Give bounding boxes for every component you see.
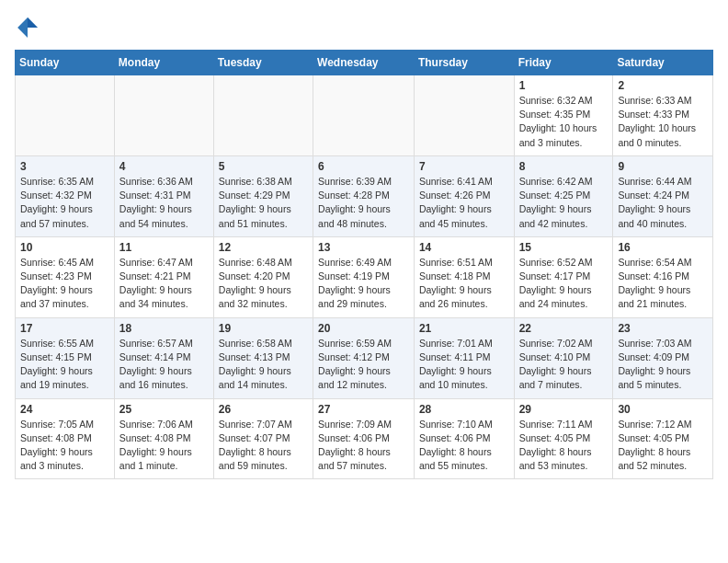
day-info: Sunrise: 7:03 AM Sunset: 4:09 PM Dayligh… bbox=[618, 337, 708, 393]
week-row-3: 10Sunrise: 6:45 AM Sunset: 4:23 PM Dayli… bbox=[16, 236, 713, 317]
weekday-header-monday: Monday bbox=[114, 51, 213, 75]
day-number: 21 bbox=[419, 322, 509, 335]
calendar-table: SundayMondayTuesdayWednesdayThursdayFrid… bbox=[15, 50, 713, 479]
day-number: 7 bbox=[419, 160, 509, 173]
day-number: 2 bbox=[618, 79, 708, 92]
calendar-cell: 18Sunrise: 6:57 AM Sunset: 4:14 PM Dayli… bbox=[114, 317, 213, 398]
svg-marker-1 bbox=[28, 17, 38, 28]
day-info: Sunrise: 6:39 AM Sunset: 4:28 PM Dayligh… bbox=[318, 175, 409, 231]
day-info: Sunrise: 6:49 AM Sunset: 4:19 PM Dayligh… bbox=[318, 256, 409, 312]
week-row-1: 1Sunrise: 6:32 AM Sunset: 4:35 PM Daylig… bbox=[16, 75, 713, 156]
day-info: Sunrise: 7:02 AM Sunset: 4:10 PM Dayligh… bbox=[519, 337, 609, 393]
weekday-header-saturday: Saturday bbox=[613, 51, 713, 75]
calendar-cell: 20Sunrise: 6:59 AM Sunset: 4:12 PM Dayli… bbox=[313, 317, 415, 398]
calendar-cell: 29Sunrise: 7:11 AM Sunset: 4:05 PM Dayli… bbox=[514, 398, 613, 479]
week-row-5: 24Sunrise: 7:05 AM Sunset: 4:08 PM Dayli… bbox=[16, 398, 713, 479]
calendar-cell bbox=[114, 75, 213, 156]
calendar-cell: 13Sunrise: 6:49 AM Sunset: 4:19 PM Dayli… bbox=[313, 236, 415, 317]
day-info: Sunrise: 6:41 AM Sunset: 4:26 PM Dayligh… bbox=[419, 175, 509, 231]
calendar-cell: 4Sunrise: 6:36 AM Sunset: 4:31 PM Daylig… bbox=[114, 155, 213, 236]
calendar-cell: 10Sunrise: 6:45 AM Sunset: 4:23 PM Dayli… bbox=[16, 236, 115, 317]
day-number: 3 bbox=[20, 160, 109, 173]
day-info: Sunrise: 7:09 AM Sunset: 4:06 PM Dayligh… bbox=[318, 418, 409, 474]
day-info: Sunrise: 6:58 AM Sunset: 4:13 PM Dayligh… bbox=[219, 337, 308, 393]
week-row-2: 3Sunrise: 6:35 AM Sunset: 4:32 PM Daylig… bbox=[16, 155, 713, 236]
calendar-cell: 9Sunrise: 6:44 AM Sunset: 4:24 PM Daylig… bbox=[613, 155, 713, 236]
day-info: Sunrise: 6:47 AM Sunset: 4:21 PM Dayligh… bbox=[119, 256, 209, 312]
calendar-cell: 1Sunrise: 6:32 AM Sunset: 4:35 PM Daylig… bbox=[514, 75, 613, 156]
day-info: Sunrise: 6:42 AM Sunset: 4:25 PM Dayligh… bbox=[519, 175, 609, 231]
calendar-cell: 14Sunrise: 6:51 AM Sunset: 4:18 PM Dayli… bbox=[414, 236, 514, 317]
day-info: Sunrise: 6:36 AM Sunset: 4:31 PM Dayligh… bbox=[119, 175, 209, 231]
day-number: 4 bbox=[119, 160, 209, 173]
calendar-cell: 15Sunrise: 6:52 AM Sunset: 4:17 PM Dayli… bbox=[514, 236, 613, 317]
logo-icon bbox=[15, 15, 40, 40]
day-number: 10 bbox=[20, 241, 109, 254]
day-number: 6 bbox=[318, 160, 409, 173]
day-number: 5 bbox=[219, 160, 308, 173]
weekday-header-thursday: Thursday bbox=[414, 51, 514, 75]
day-info: Sunrise: 6:33 AM Sunset: 4:33 PM Dayligh… bbox=[618, 94, 708, 150]
calendar-cell bbox=[213, 75, 313, 156]
day-number: 30 bbox=[618, 403, 708, 416]
calendar-cell: 27Sunrise: 7:09 AM Sunset: 4:06 PM Dayli… bbox=[313, 398, 415, 479]
day-number: 29 bbox=[519, 403, 609, 416]
calendar-cell: 7Sunrise: 6:41 AM Sunset: 4:26 PM Daylig… bbox=[414, 155, 514, 236]
day-info: Sunrise: 6:38 AM Sunset: 4:29 PM Dayligh… bbox=[219, 175, 308, 231]
day-number: 18 bbox=[119, 322, 209, 335]
day-number: 22 bbox=[519, 322, 609, 335]
calendar-cell: 12Sunrise: 6:48 AM Sunset: 4:20 PM Dayli… bbox=[213, 236, 313, 317]
weekday-header-sunday: Sunday bbox=[16, 51, 115, 75]
day-number: 8 bbox=[519, 160, 609, 173]
day-info: Sunrise: 7:10 AM Sunset: 4:06 PM Dayligh… bbox=[419, 418, 509, 474]
calendar-cell: 19Sunrise: 6:58 AM Sunset: 4:13 PM Dayli… bbox=[213, 317, 313, 398]
day-number: 1 bbox=[519, 79, 609, 92]
day-info: Sunrise: 6:59 AM Sunset: 4:12 PM Dayligh… bbox=[318, 337, 409, 393]
day-number: 15 bbox=[519, 241, 609, 254]
day-info: Sunrise: 6:52 AM Sunset: 4:17 PM Dayligh… bbox=[519, 256, 609, 312]
day-number: 14 bbox=[419, 241, 509, 254]
logo bbox=[15, 15, 44, 40]
day-number: 13 bbox=[318, 241, 409, 254]
day-info: Sunrise: 6:55 AM Sunset: 4:15 PM Dayligh… bbox=[20, 337, 109, 393]
calendar-cell: 8Sunrise: 6:42 AM Sunset: 4:25 PM Daylig… bbox=[514, 155, 613, 236]
week-row-4: 17Sunrise: 6:55 AM Sunset: 4:15 PM Dayli… bbox=[16, 317, 713, 398]
calendar-cell: 5Sunrise: 6:38 AM Sunset: 4:29 PM Daylig… bbox=[213, 155, 313, 236]
day-number: 26 bbox=[219, 403, 308, 416]
day-number: 27 bbox=[318, 403, 409, 416]
day-number: 11 bbox=[119, 241, 209, 254]
calendar-cell: 28Sunrise: 7:10 AM Sunset: 4:06 PM Dayli… bbox=[414, 398, 514, 479]
day-info: Sunrise: 6:54 AM Sunset: 4:16 PM Dayligh… bbox=[618, 256, 708, 312]
calendar-cell: 26Sunrise: 7:07 AM Sunset: 4:07 PM Dayli… bbox=[213, 398, 313, 479]
day-info: Sunrise: 7:05 AM Sunset: 4:08 PM Dayligh… bbox=[20, 418, 109, 474]
day-number: 20 bbox=[318, 322, 409, 335]
day-number: 19 bbox=[219, 322, 308, 335]
day-info: Sunrise: 7:01 AM Sunset: 4:11 PM Dayligh… bbox=[419, 337, 509, 393]
day-info: Sunrise: 6:48 AM Sunset: 4:20 PM Dayligh… bbox=[219, 256, 308, 312]
calendar-cell bbox=[16, 75, 115, 156]
day-info: Sunrise: 7:06 AM Sunset: 4:08 PM Dayligh… bbox=[119, 418, 209, 474]
day-number: 16 bbox=[618, 241, 708, 254]
weekday-header-wednesday: Wednesday bbox=[313, 51, 415, 75]
calendar-cell: 11Sunrise: 6:47 AM Sunset: 4:21 PM Dayli… bbox=[114, 236, 213, 317]
day-number: 24 bbox=[20, 403, 109, 416]
calendar-container: SundayMondayTuesdayWednesdayThursdayFrid… bbox=[0, 0, 728, 487]
calendar-cell: 25Sunrise: 7:06 AM Sunset: 4:08 PM Dayli… bbox=[114, 398, 213, 479]
header bbox=[15, 15, 713, 40]
day-info: Sunrise: 7:07 AM Sunset: 4:07 PM Dayligh… bbox=[219, 418, 308, 474]
calendar-cell bbox=[313, 75, 415, 156]
day-number: 12 bbox=[219, 241, 308, 254]
calendar-cell: 30Sunrise: 7:12 AM Sunset: 4:05 PM Dayli… bbox=[613, 398, 713, 479]
calendar-cell: 23Sunrise: 7:03 AM Sunset: 4:09 PM Dayli… bbox=[613, 317, 713, 398]
calendar-cell: 6Sunrise: 6:39 AM Sunset: 4:28 PM Daylig… bbox=[313, 155, 415, 236]
day-number: 23 bbox=[618, 322, 708, 335]
weekday-header-row: SundayMondayTuesdayWednesdayThursdayFrid… bbox=[16, 51, 713, 75]
day-info: Sunrise: 6:44 AM Sunset: 4:24 PM Dayligh… bbox=[618, 175, 708, 231]
day-info: Sunrise: 7:11 AM Sunset: 4:05 PM Dayligh… bbox=[519, 418, 609, 474]
calendar-cell: 24Sunrise: 7:05 AM Sunset: 4:08 PM Dayli… bbox=[16, 398, 115, 479]
calendar-cell: 21Sunrise: 7:01 AM Sunset: 4:11 PM Dayli… bbox=[414, 317, 514, 398]
day-info: Sunrise: 6:57 AM Sunset: 4:14 PM Dayligh… bbox=[119, 337, 209, 393]
calendar-cell: 2Sunrise: 6:33 AM Sunset: 4:33 PM Daylig… bbox=[613, 75, 713, 156]
day-info: Sunrise: 6:35 AM Sunset: 4:32 PM Dayligh… bbox=[20, 175, 109, 231]
calendar-cell bbox=[414, 75, 514, 156]
